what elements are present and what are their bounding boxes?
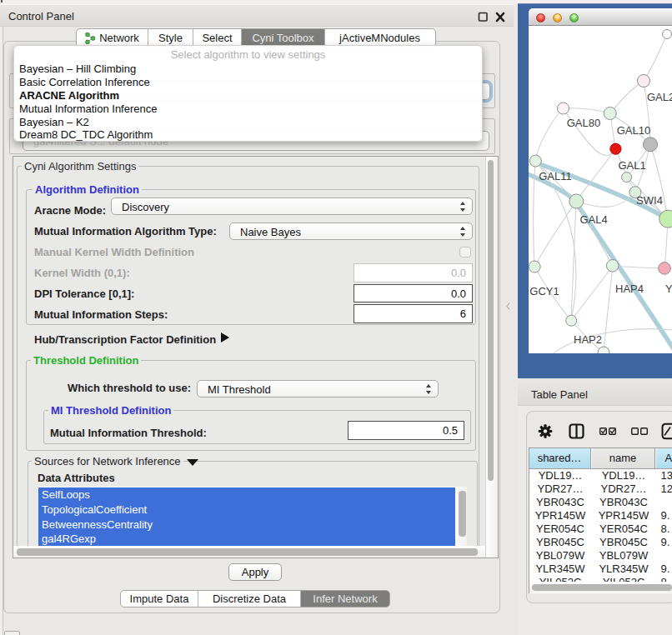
svg-text:GCY1: GCY1 [529, 285, 559, 298]
svg-text:HAP2: HAP2 [574, 333, 602, 346]
svg-text:GAL11: GAL11 [539, 170, 572, 182]
svg-text:GAL2: GAL2 [647, 91, 672, 103]
svg-text:YM: YM [665, 282, 672, 295]
svg-text:SWI4: SWI4 [636, 194, 663, 207]
svg-text:GAL4: GAL4 [579, 213, 607, 226]
svg-text:GAL80: GAL80 [567, 117, 600, 129]
svg-text:HAP4: HAP4 [615, 282, 644, 295]
svg-text:GAL10: GAL10 [617, 124, 650, 137]
svg-text:GAL1: GAL1 [618, 159, 645, 172]
